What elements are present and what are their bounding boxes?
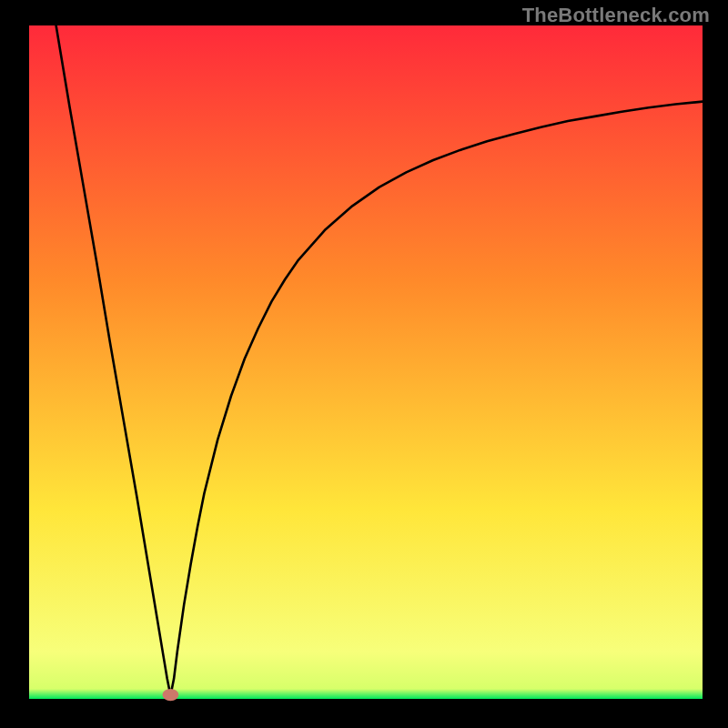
plot-background bbox=[29, 25, 703, 699]
minimum-marker bbox=[163, 689, 179, 701]
chart-container: TheBottleneck.com bbox=[0, 0, 728, 728]
bottleneck-chart bbox=[0, 0, 728, 728]
watermark-text: TheBottleneck.com bbox=[522, 4, 710, 27]
